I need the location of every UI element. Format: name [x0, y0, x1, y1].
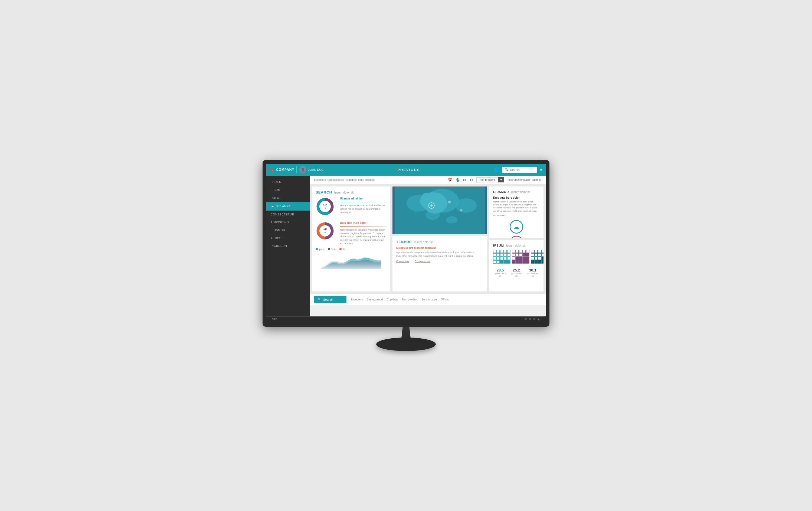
eiusmod-link[interactable]: est laborum. ›: [493, 215, 506, 217]
sidebar-item-incididunt[interactable]: INCIDIDUNT: [266, 242, 310, 250]
svg-rect-68: [538, 253, 541, 256]
brand-label: COMPANY: [276, 168, 294, 172]
mail-icon[interactable]: ✉: [463, 178, 466, 182]
monitor-chin: EIZO ⏻: [266, 316, 546, 321]
svg-rect-38: [500, 260, 503, 263]
sidebar-item-eiusmod[interactable]: EIUSMOD: [266, 226, 310, 234]
card-ipsum-header: IPSUM Ipsum dolor sit: [493, 244, 540, 247]
svg-rect-78: [538, 260, 541, 263]
bottom-nav-links: Excepteur Sint occaecat Cupidatat Non pr…: [351, 298, 448, 301]
hamburger-icon[interactable]: ≡: [540, 167, 543, 172]
map-svg: [393, 187, 487, 234]
middle-column: TEMPOR Ipsum dolor sit Excepteur sint oc…: [393, 187, 487, 291]
dollar-icon[interactable]: 💲: [455, 178, 460, 182]
card-tempor-header: TEMPOR Ipsum dolor sit: [396, 240, 484, 244]
dashboard: SEARCH Ipsum dolor sit: [310, 184, 546, 294]
svg-rect-33: [500, 257, 503, 260]
cloud-circle-icon[interactable]: ☁: [510, 220, 523, 234]
svg-rect-34: [504, 257, 507, 260]
sidebar-label-ipsum: IPSUM: [271, 189, 281, 192]
globe-icon[interactable]: 🌐: [494, 167, 499, 172]
chart-link-1[interactable]: Ut enim ad minim ›: [340, 197, 386, 200]
breadcrumb-actions: 📅 💲 ✉ ⚙ Non proident ▼ nostrud exercitat…: [447, 177, 541, 182]
cloud-icon: ☁: [271, 204, 274, 208]
nav-user[interactable]: 👤 JOHN DOE: [296, 166, 323, 173]
bottom-search-button[interactable]: 🔍 Search: [314, 296, 346, 303]
legend-dolor: Dolor: [328, 248, 337, 251]
svg-rect-48: [519, 253, 522, 256]
breadcrumb-select[interactable]: Non proident ▼: [476, 177, 504, 182]
user-name: JOHN DOE: [308, 168, 323, 171]
svg-rect-58: [519, 260, 522, 263]
card-eiusmod-title: EIUSMOD: [493, 190, 509, 194]
chart-desc-2: reprehenderit in voluptate velit esse ci…: [340, 228, 386, 245]
tempor-footer-link-2[interactable]: Excepteur sint: [415, 260, 430, 262]
card-eiusmod: EIUSMOD Ipsum dolor sit Duis aute irure …: [489, 187, 544, 238]
svg-rect-21: [493, 250, 496, 253]
sidebar-label-consectetur: CONSECTETUR: [271, 213, 294, 216]
ipsum-stats: 29.5 Ipsum dolor sit 25.2 Ipsum dolor si…: [493, 268, 540, 277]
svg-rect-25: [507, 250, 510, 253]
svg-rect-74: [542, 257, 544, 260]
bottom-link-2[interactable]: Sint occaecat: [367, 298, 383, 301]
sidebar-item-lorem[interactable]: LOREM: [266, 178, 310, 186]
bottom-link-6[interactable]: Officia: [441, 298, 448, 301]
card-search-title: SEARCH: [316, 190, 332, 194]
sidebar: LOREM IPSUM DOLOR ☁ SIT AMET CONSECTETUR: [266, 176, 310, 316]
divider-2: [340, 226, 386, 227]
monitor-brand: EIZO: [272, 318, 278, 320]
bottom-link-5[interactable]: Sunt in culpa: [422, 298, 437, 301]
search-box[interactable]: 🔍: [502, 167, 537, 173]
card-ipsum-title: IPSUM: [493, 244, 504, 247]
svg-text:6 K: 6 K: [323, 228, 327, 230]
content-area: Excepteur | sint occaecat | cupidatat no…: [310, 176, 546, 316]
tempor-footer-link-1[interactable]: Consectetur: [396, 260, 409, 262]
sidebar-item-consectetur[interactable]: CONSECTETUR: [266, 210, 310, 219]
monitor-power-btn[interactable]: ⏻: [538, 318, 540, 320]
svg-rect-60: [526, 260, 529, 263]
sidebar-item-dolor[interactable]: DOLOR: [266, 194, 310, 202]
svg-rect-51: [512, 257, 515, 260]
chart-link-2[interactable]: Duis aute irure dolor ›: [340, 221, 386, 224]
tempor-desc: reprehenderit in voluptate velit esse ci…: [396, 251, 484, 258]
svg-rect-50: [526, 253, 529, 256]
sidebar-item-ipsum[interactable]: IPSUM: [266, 186, 310, 194]
svg-rect-27: [497, 253, 500, 256]
sidebar-item-tempor[interactable]: TEMPOR: [266, 234, 310, 242]
card-eiusmod-header: EIUSMOD Ipsum dolor sit: [493, 190, 540, 194]
svg-rect-73: [538, 257, 541, 260]
bottom-bar: 🔍 Search Excepteur Sint occaecat Cupidat…: [310, 294, 546, 305]
card-ipsum: IPSUM Ipsum dolor sit: [489, 240, 544, 291]
svg-rect-45: [526, 250, 529, 253]
bottom-link-4[interactable]: Non proident: [402, 298, 418, 301]
bottom-link-3[interactable]: Cupidatat: [387, 298, 399, 301]
monitor-btn-1: [525, 318, 527, 320]
svg-point-19: [448, 201, 451, 203]
ipsum-stat-1: 29.5 Ipsum dolor sit: [493, 268, 507, 277]
bottom-link-1[interactable]: Excepteur: [351, 298, 363, 301]
gear-icon[interactable]: ⚙: [470, 178, 473, 182]
tempor-link[interactable]: Excepteur sint occaecat cupidatat: [396, 247, 484, 249]
svg-rect-61: [531, 250, 534, 253]
avatar: 👤: [299, 166, 307, 173]
svg-rect-49: [523, 253, 526, 256]
svg-text:6 K: 6 K: [324, 232, 327, 234]
svg-rect-67: [534, 253, 538, 256]
svg-point-20: [460, 209, 463, 212]
svg-rect-22: [497, 250, 500, 253]
select-arrow[interactable]: ▼: [498, 177, 504, 182]
chart-legend: Ipsum Dolor Sit: [316, 248, 386, 251]
sidebar-item-sit-amet[interactable]: ☁ SIT AMET: [266, 202, 310, 210]
pixel-grid-dark-teal: [531, 250, 544, 266]
sidebar-item-adipiscing[interactable]: ADIPISCING: [266, 219, 310, 226]
svg-rect-40: [507, 260, 510, 263]
navbar: 🔖 COMPANY 👤 JOHN DOE PREVIOUS 🌐 🔍 ≡: [266, 164, 546, 176]
weather-circle-icon[interactable]: ☀: [510, 236, 523, 238]
tempor-footer-links: Consectetur Excepteur sint: [396, 260, 484, 262]
calendar-icon[interactable]: 📅: [447, 178, 452, 182]
search-input[interactable]: [510, 168, 534, 171]
divider-1: [340, 202, 386, 202]
area-chart: [316, 253, 386, 272]
select-label: Non proident: [476, 177, 498, 182]
card-tempor: TEMPOR Ipsum dolor sit Excepteur sint oc…: [393, 236, 487, 291]
